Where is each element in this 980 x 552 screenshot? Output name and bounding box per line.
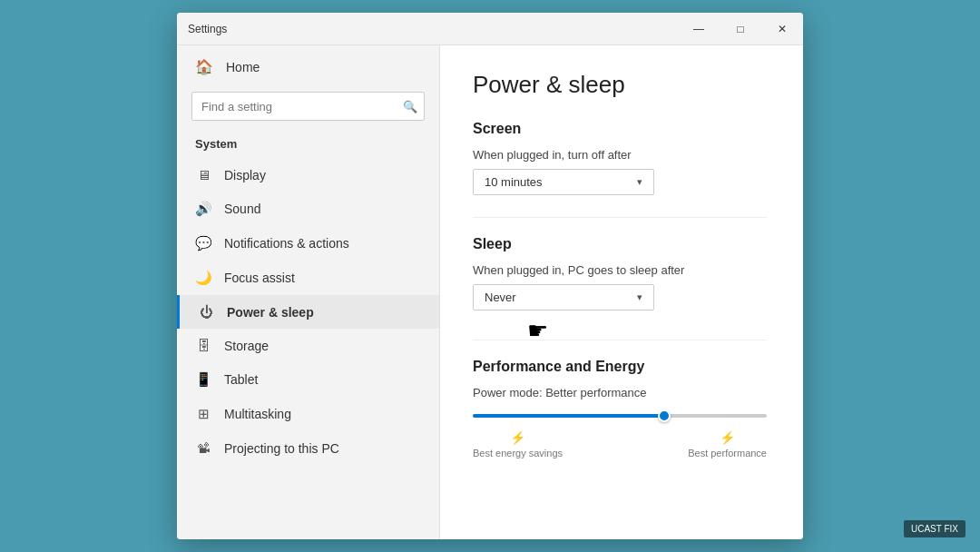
sidebar-item-focus[interactable]: 🌙 Focus assist xyxy=(177,261,439,295)
sidebar-section-label: System xyxy=(177,132,439,158)
slider-labels: ⚡ Best energy savings ⚡ Best performance xyxy=(473,430,767,458)
sidebar-item-notifications[interactable]: 💬 Notifications & actions xyxy=(177,226,439,261)
sidebar-item-display[interactable]: 🖥 Display xyxy=(177,158,439,192)
close-button[interactable]: ✕ xyxy=(761,13,803,45)
sidebar-item-multitasking[interactable]: ⊞ Multitasking xyxy=(177,397,439,431)
power-mode-slider[interactable] xyxy=(473,407,767,425)
focus-icon: 🌙 xyxy=(195,270,211,286)
search-box: 🔍 xyxy=(191,92,425,121)
search-input[interactable] xyxy=(191,92,425,121)
projecting-icon: 📽 xyxy=(195,440,211,456)
screen-setting-label: When plugged in, turn off after xyxy=(473,148,767,162)
sidebar-item-tablet[interactable]: 📱 Tablet xyxy=(177,362,439,397)
performance-section-heading: Performance and Energy xyxy=(473,359,767,375)
minimize-button[interactable]: — xyxy=(678,13,720,45)
best-performance-label: Best performance xyxy=(688,448,767,458)
chevron-down-icon: ▾ xyxy=(637,176,642,188)
screen-dropdown-value: 10 minutes xyxy=(485,175,543,189)
energy-savings-icon: ⚡ xyxy=(510,430,525,445)
display-icon: 🖥 xyxy=(195,167,211,182)
slider-thumb[interactable] xyxy=(658,409,671,422)
window-controls: — □ ✕ xyxy=(678,13,803,45)
sidebar-item-power[interactable]: ⏻ Power & sleep xyxy=(177,295,439,329)
slider-fill xyxy=(473,414,664,418)
sidebar-item-storage[interactable]: 🗄 Storage xyxy=(177,329,439,362)
home-icon: 🏠 xyxy=(195,58,213,75)
multitasking-icon: ⊞ xyxy=(195,406,211,422)
best-performance-icon: ⚡ xyxy=(720,430,735,445)
power-icon: ⏻ xyxy=(198,304,214,320)
slider-track xyxy=(473,414,767,418)
sleep-dropdown[interactable]: Never ▾ xyxy=(473,284,654,310)
window-title: Settings xyxy=(188,23,227,35)
storage-icon: 🗄 xyxy=(195,338,211,353)
chevron-down-icon-2: ▾ xyxy=(637,291,642,303)
sleep-dropdown-value: Never xyxy=(485,291,516,304)
maximize-button[interactable]: □ xyxy=(720,13,761,45)
sidebar-item-home[interactable]: 🏠 Home xyxy=(177,45,439,88)
sound-icon: 🔊 xyxy=(195,201,211,217)
sidebar-item-sound[interactable]: 🔊 Sound xyxy=(177,192,439,226)
ucastfix-badge: UCAST FIX xyxy=(904,520,965,537)
window-body: 🏠 Home 🔍 System 🖥 Display 🔊 Sound 💬 Noti… xyxy=(177,45,803,539)
divider xyxy=(473,217,767,218)
search-icon: 🔍 xyxy=(403,100,417,113)
sleep-dropdown-wrapper: Never ▾ ☛ xyxy=(473,284,654,332)
divider-2 xyxy=(473,340,767,340)
slider-right-label: ⚡ Best performance xyxy=(688,430,767,458)
cursor-hand-icon: ☛ xyxy=(527,317,548,345)
settings-window: Settings — □ ✕ 🏠 Home 🔍 System 🖥 Display xyxy=(177,13,803,539)
sidebar-home-label: Home xyxy=(226,60,260,74)
power-mode-label: Power mode: Better performance xyxy=(473,386,767,399)
sidebar: 🏠 Home 🔍 System 🖥 Display 🔊 Sound 💬 Noti… xyxy=(177,45,440,539)
content-area: Power & sleep Screen When plugged in, tu… xyxy=(440,45,803,539)
slider-left-label: ⚡ Best energy savings xyxy=(473,430,563,458)
screen-section-heading: Screen xyxy=(473,121,767,137)
energy-savings-label: Best energy savings xyxy=(473,448,563,458)
sleep-section-heading: Sleep xyxy=(473,236,767,252)
sleep-setting-label: When plugged in, PC goes to sleep after xyxy=(473,263,767,277)
tablet-icon: 📱 xyxy=(195,371,211,388)
notifications-icon: 💬 xyxy=(195,235,211,251)
page-title: Power & sleep xyxy=(473,71,767,99)
title-bar: Settings — □ ✕ xyxy=(177,13,803,45)
sidebar-item-projecting[interactable]: 📽 Projecting to this PC xyxy=(177,431,439,465)
screen-dropdown[interactable]: 10 minutes ▾ xyxy=(473,169,654,195)
